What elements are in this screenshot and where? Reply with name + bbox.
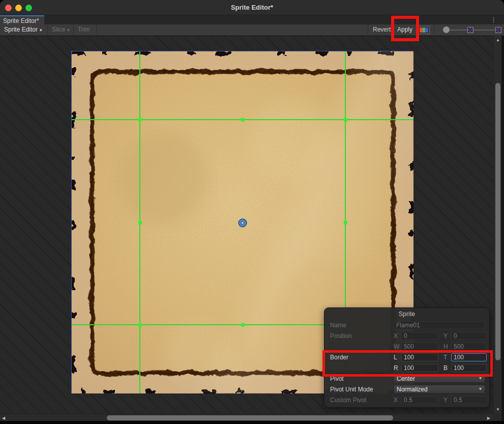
vertical-scrollbar-thumb[interactable]: [495, 83, 500, 360]
texture-checker-icon: [495, 27, 501, 33]
border-r-input[interactable]: [401, 364, 438, 372]
slider-track[interactable]: [448, 30, 499, 31]
custom-pivot-y-input[interactable]: [451, 396, 487, 404]
name-row: Name: [324, 320, 489, 330]
toolbar-separator: [368, 24, 368, 35]
pivot-label: Pivot: [330, 375, 394, 382]
position-x-input[interactable]: [401, 332, 438, 340]
position-y-input[interactable]: [451, 332, 487, 340]
pivot-unit-mode-row: Pivot Unit Mode Normalized ▾: [324, 384, 489, 394]
pivot-dropdown[interactable]: Center ▾: [394, 374, 485, 383]
slice-handle[interactable]: [241, 323, 245, 327]
pivot-unit-mode-dropdown[interactable]: Normalized ▾: [394, 385, 485, 393]
custom-x-label: X: [394, 397, 400, 404]
revert-button[interactable]: Revert: [369, 24, 395, 35]
border-b-label: B: [443, 364, 450, 372]
panel-title: Sprite: [324, 310, 489, 320]
position-row: Position X Y: [324, 330, 489, 341]
chevron-down-icon: ▾: [479, 386, 482, 391]
y-label: Y: [443, 332, 450, 340]
mip-zoom-slider[interactable]: [440, 24, 502, 35]
slider-knob[interactable]: [443, 26, 450, 33]
horizontal-scrollbar[interactable]: ◀ ▶: [0, 414, 493, 421]
custom-pivot-row: Custom Pivot X Y: [324, 394, 489, 405]
toolbar: Sprite Editor▾ Slice▾ Trim Revert Apply: [0, 24, 504, 36]
slice-handle[interactable]: [344, 118, 347, 122]
scroll-up-icon[interactable]: ▲: [496, 38, 500, 42]
scroll-right-icon[interactable]: ▶: [487, 416, 490, 420]
kebab-menu-icon[interactable]: ⋮: [490, 16, 496, 24]
tab-bar: Sprite Editor* ⋮: [0, 15, 504, 24]
border-t-input[interactable]: [451, 353, 487, 361]
slice-handle[interactable]: [138, 323, 142, 327]
chevron-down-icon: ▾: [479, 375, 482, 381]
pivot-unit-mode-label: Pivot Unit Mode: [330, 386, 394, 393]
border-t-label: T: [443, 354, 450, 361]
toolbar-separator: [96, 24, 97, 35]
texture-checker-icon: [467, 27, 473, 33]
tab-sprite-editor[interactable]: Sprite Editor*: [0, 15, 44, 24]
slice-handle[interactable]: [241, 118, 245, 122]
title-bar: Sprite Editor*: [0, 0, 504, 15]
slice-handle[interactable]: [138, 118, 142, 122]
rgb-stripes-icon: [420, 27, 428, 33]
w-label: W: [394, 343, 400, 350]
window-bottom-edge: [0, 421, 504, 424]
border-l-label: L: [394, 354, 400, 361]
chevron-down-icon: ▾: [40, 27, 42, 33]
width-input[interactable]: [401, 343, 438, 351]
scroll-down-icon[interactable]: ▼: [496, 407, 500, 412]
toolbar-separator: [434, 24, 434, 35]
position-label: Position: [330, 332, 394, 340]
sprite-properties-panel: Sprite Name Position X Y W H: [324, 307, 490, 408]
slice-handle[interactable]: [138, 221, 142, 224]
horizontal-scrollbar-thumb[interactable]: [107, 415, 393, 420]
slice-dropdown[interactable]: Slice▾: [48, 24, 74, 35]
pivot-handle[interactable]: [239, 219, 246, 227]
name-input[interactable]: [394, 321, 485, 329]
chevron-down-icon: ▾: [67, 27, 70, 33]
pivot-row: Pivot Center ▾: [324, 373, 489, 384]
sprite-editor-window: Sprite Editor* Sprite Editor* ⋮ Sprite E…: [0, 0, 504, 424]
border-lt-row: Border L T: [324, 352, 489, 362]
color-channels-icon[interactable]: [418, 26, 430, 34]
x-label: X: [394, 332, 400, 340]
window-title: Sprite Editor*: [0, 4, 504, 11]
border-b-input[interactable]: [451, 364, 487, 372]
slice-handle[interactable]: [344, 221, 347, 224]
height-input[interactable]: [451, 343, 487, 351]
name-label: Name: [330, 322, 394, 329]
border-l-input[interactable]: [401, 353, 438, 361]
border-r-label: R: [394, 364, 400, 372]
custom-pivot-label: Custom Pivot: [330, 397, 394, 404]
pivot-value: Center: [397, 375, 415, 382]
window-right-edge: [501, 36, 504, 421]
h-label: H: [443, 343, 450, 350]
pivot-unit-mode-value: Normalized: [397, 386, 428, 393]
custom-pivot-x-input[interactable]: [401, 396, 438, 404]
apply-button[interactable]: Apply: [393, 24, 417, 35]
trim-button[interactable]: Trim: [74, 24, 94, 35]
border-rb-row: R B: [324, 362, 489, 373]
custom-y-label: Y: [443, 397, 450, 404]
vertical-scrollbar[interactable]: ▲ ▼: [493, 36, 501, 414]
size-row: W H: [324, 341, 489, 352]
sprite-editor-mode-dropdown[interactable]: Sprite Editor▾: [0, 24, 46, 35]
border-label: Border: [330, 354, 394, 361]
scroll-left-icon[interactable]: ◀: [2, 416, 5, 420]
sprite-canvas[interactable]: Sprite Name Position X Y W H: [0, 36, 504, 414]
